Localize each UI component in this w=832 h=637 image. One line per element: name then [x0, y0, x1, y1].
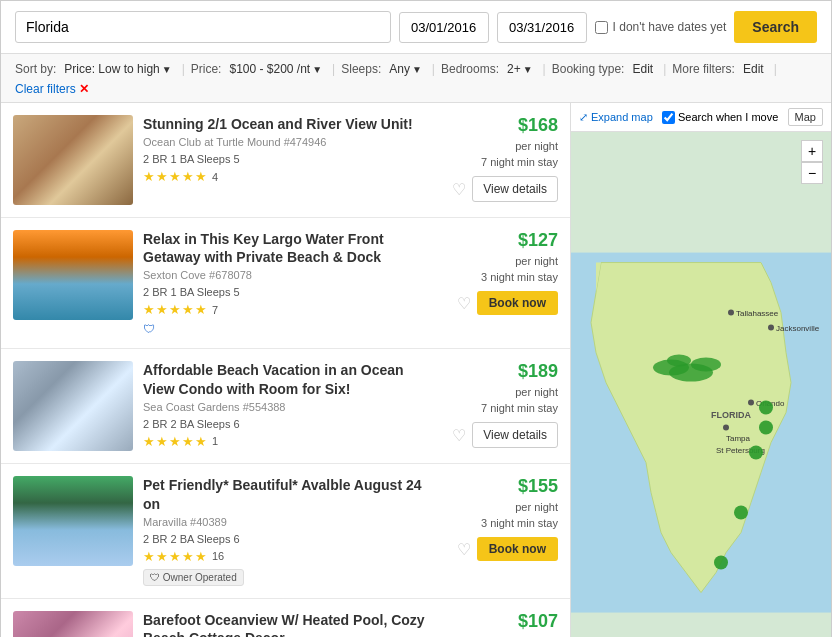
- action-row: ♡ View details: [452, 422, 558, 448]
- price-per-night: per night: [515, 255, 558, 267]
- svg-text:FLORIDA: FLORIDA: [711, 410, 751, 420]
- svg-point-9: [723, 425, 729, 431]
- map-svg: Tallahassee Jacksonville Orlando Tampa S…: [571, 132, 831, 637]
- action-row: ♡ View details: [452, 176, 558, 202]
- stars: ★★★★★: [143, 302, 208, 317]
- listing-thumbnail: [13, 611, 133, 637]
- map-area: Tallahassee Jacksonville Orlando Tampa S…: [571, 132, 831, 637]
- listings-panel: Stunning 2/1 Ocean and River View Unit! …: [1, 103, 571, 637]
- listing-info: Relax in This Key Largo Water Front Geta…: [143, 230, 438, 336]
- stars: ★★★★★: [143, 549, 208, 564]
- clear-filters[interactable]: Clear filters ✕: [15, 82, 89, 96]
- zoom-in-button[interactable]: +: [801, 140, 823, 162]
- listing-rating: ★★★★★ 1: [143, 434, 438, 449]
- view-details-button[interactable]: View details: [472, 422, 558, 448]
- sort-label: Sort by:: [15, 62, 56, 76]
- checkout-input[interactable]: [497, 12, 587, 43]
- listing-title: Affordable Beach Vacation in an Ocean Vi…: [143, 361, 438, 397]
- svg-point-18: [759, 421, 773, 435]
- shield-icon: 🛡: [143, 322, 155, 336]
- clear-x-icon: ✕: [79, 82, 89, 96]
- listing-thumbnail: [13, 361, 133, 451]
- listing-price-action: $127 per night 3 night min stay ♡ Book n…: [448, 230, 558, 315]
- listing-item: Relax in This Key Largo Water Front Geta…: [1, 218, 570, 349]
- no-dates-checkbox[interactable]: [595, 21, 608, 34]
- listing-price-action: $155 per night 3 night min stay ♡ Book n…: [448, 476, 558, 561]
- view-details-button[interactable]: View details: [472, 176, 558, 202]
- favorite-icon[interactable]: ♡: [457, 294, 471, 313]
- listing-details: 2 BR 1 BA Sleeps 5: [143, 153, 438, 165]
- owner-operated-badge: 🛡 Owner Operated: [143, 569, 244, 586]
- price-per-night: per night: [515, 140, 558, 152]
- book-button[interactable]: Book now: [477, 291, 558, 315]
- action-row: ♡ Book now: [457, 537, 558, 561]
- listing-rating: ★★★★★ 7: [143, 302, 438, 317]
- bedrooms-filter[interactable]: 2+ ▼: [503, 60, 537, 78]
- svg-text:Tampa: Tampa: [726, 434, 751, 443]
- main-content: Stunning 2/1 Ocean and River View Unit! …: [1, 103, 831, 637]
- min-stay: 7 night min stay: [481, 156, 558, 168]
- listing-subtitle: Ocean Club at Turtle Mound #474946: [143, 136, 438, 148]
- svg-point-15: [691, 358, 721, 372]
- listing-price-action: $168 per night 7 night min stay ♡ View d…: [448, 115, 558, 202]
- more-filters-label: More filters:: [672, 62, 735, 76]
- booking-label: Booking type:: [552, 62, 625, 76]
- listing-subtitle: Sexton Cove #678078: [143, 269, 438, 281]
- svg-text:Tallahassee: Tallahassee: [736, 309, 779, 318]
- price-label: Price:: [191, 62, 222, 76]
- map-controls: ⤢ Expand map Search when I move Map: [571, 103, 831, 132]
- price-arrow: ▼: [312, 64, 322, 75]
- review-count: 1: [212, 435, 218, 447]
- sort-filter[interactable]: Price: Low to high ▼: [60, 60, 175, 78]
- price-filter[interactable]: $100 - $200 /nt ▼: [225, 60, 326, 78]
- listing-details: 2 BR 2 BA Sleeps 6: [143, 533, 438, 545]
- expand-map-button[interactable]: ⤢ Expand map: [579, 111, 653, 124]
- price-amount: $127: [518, 230, 558, 251]
- listing-title: Barefoot Oceanview W/ Heated Pool, Cozy …: [143, 611, 438, 637]
- listing-price-action: $189 per night 7 night min stay ♡ View d…: [448, 361, 558, 448]
- favorite-icon[interactable]: ♡: [452, 180, 466, 199]
- listing-info: Pet Friendly* Beautiful* Avalble August …: [143, 476, 438, 585]
- svg-text:Jacksonville: Jacksonville: [776, 324, 820, 333]
- book-button[interactable]: Book now: [477, 537, 558, 561]
- listing-price-action: $107 per night 1 night min stay ♡ View d…: [448, 611, 558, 637]
- listing-details: 2 BR 2 BA Sleeps 6: [143, 418, 438, 430]
- price-per-night: per night: [515, 501, 558, 513]
- bedrooms-label: Bedrooms:: [441, 62, 499, 76]
- min-stay: 7 night min stay: [481, 402, 558, 414]
- map-type-selector[interactable]: Map: [788, 108, 823, 126]
- location-input[interactable]: [15, 11, 391, 43]
- listing-info: Affordable Beach Vacation in an Ocean Vi…: [143, 361, 438, 448]
- price-amount: $107: [518, 611, 558, 632]
- zoom-out-button[interactable]: −: [801, 162, 823, 184]
- search-when-move-text: Search when I move: [678, 111, 778, 123]
- listing-title: Pet Friendly* Beautiful* Avalble August …: [143, 476, 438, 512]
- sleeps-arrow: ▼: [412, 64, 422, 75]
- listing-item: Barefoot Oceanview W/ Heated Pool, Cozy …: [1, 599, 570, 637]
- svg-point-3: [728, 310, 734, 316]
- price-amount: $168: [518, 115, 558, 136]
- map-zoom-controls: + −: [801, 140, 823, 184]
- search-button[interactable]: Search: [734, 11, 817, 43]
- listing-info: Barefoot Oceanview W/ Heated Pool, Cozy …: [143, 611, 438, 637]
- expand-map-label: Expand map: [591, 111, 653, 123]
- search-when-move-label[interactable]: Search when I move: [662, 111, 778, 124]
- svg-point-17: [759, 401, 773, 415]
- favorite-icon[interactable]: ♡: [457, 540, 471, 559]
- sleeps-filter[interactable]: Any ▼: [385, 60, 426, 78]
- stars: ★★★★★: [143, 434, 208, 449]
- checkin-input[interactable]: [399, 12, 489, 43]
- search-when-move-checkbox[interactable]: [662, 111, 675, 124]
- no-dates-label[interactable]: I don't have dates yet: [595, 20, 727, 34]
- review-count: 4: [212, 171, 218, 183]
- booking-filter[interactable]: Edit: [628, 60, 657, 78]
- svg-point-19: [749, 446, 763, 460]
- more-filters[interactable]: Edit: [739, 60, 768, 78]
- filter-bar: Sort by: Price: Low to high ▼ | Price: $…: [1, 54, 831, 103]
- listing-item: Affordable Beach Vacation in an Ocean Vi…: [1, 349, 570, 464]
- review-count: 7: [212, 304, 218, 316]
- bedrooms-arrow: ▼: [523, 64, 533, 75]
- listing-subtitle: Maravilla #40389: [143, 516, 438, 528]
- favorite-icon[interactable]: ♡: [452, 426, 466, 445]
- listing-details: 2 BR 1 BA Sleeps 5: [143, 286, 438, 298]
